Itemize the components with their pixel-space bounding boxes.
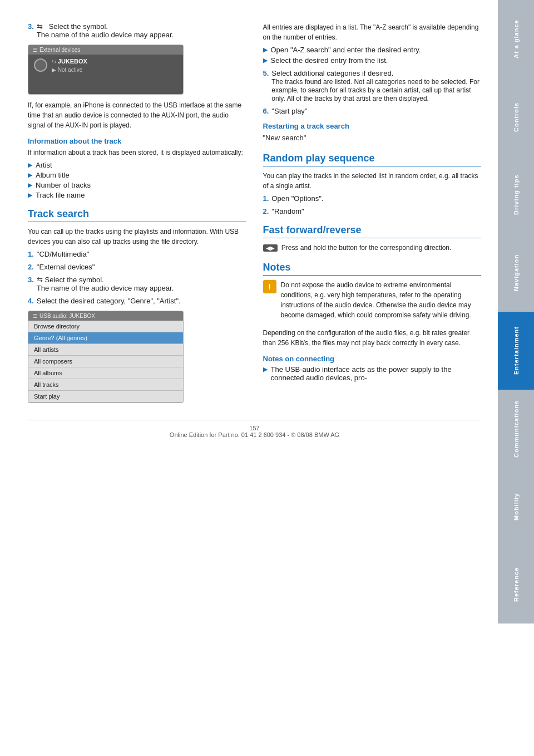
ts-step3a: Select the symbol. bbox=[44, 276, 103, 284]
info-intro: If information about a track has been st… bbox=[28, 148, 246, 158]
sidebar-tab-communications[interactable]: Communications bbox=[498, 390, 534, 468]
screenshot-bar: ☰ External devices bbox=[28, 45, 183, 55]
sidebar-tab-at-a-glance[interactable]: At a glance bbox=[498, 0, 534, 78]
ts-step3-icon: ⇆ bbox=[37, 276, 45, 284]
ts-step4-num: 4. bbox=[28, 297, 34, 305]
info-item-tracks: ▶ Number of tracks bbox=[28, 181, 246, 189]
step-3-content: ⇆ Select the symbol. The name of the aud… bbox=[37, 22, 246, 39]
info-items-list: ▶ Artist ▶ Album title ▶ Number of track… bbox=[28, 161, 246, 199]
bullet-arrow-icon: ▶ bbox=[263, 57, 268, 64]
az-bullet2-text: Select the desired entry from the list. bbox=[271, 56, 388, 65]
screen-icon: ☰ bbox=[33, 47, 37, 53]
notes-detail: Depending on the configuration of the au… bbox=[263, 328, 482, 348]
info-item-label: Artist bbox=[36, 161, 52, 169]
sidebar-tab-label: Entertainment bbox=[513, 327, 520, 375]
info-item-label: Track file name bbox=[36, 191, 85, 199]
sidebar-tab-label: Navigation bbox=[513, 254, 520, 291]
bullet-arrow-icon: ▶ bbox=[263, 46, 268, 53]
notes-title: Notes bbox=[263, 262, 482, 276]
az-search-intro: All entries are displayed in a list. The… bbox=[263, 22, 482, 42]
az-bullet1-text: Open "A-Z search" and enter the desired … bbox=[271, 46, 421, 54]
usb-row-startplay: Start play bbox=[28, 391, 183, 402]
usb-row-browse: Browse directory bbox=[28, 321, 183, 332]
step-3-sub: The name of the audio device may appear. bbox=[37, 31, 174, 39]
usb-row-albums: All albums bbox=[28, 367, 183, 379]
ts-step3: 3. ⇆ Select the symbol. The name of the … bbox=[28, 276, 246, 292]
sidebar-tab-entertainment[interactable]: Entertainment bbox=[498, 312, 534, 390]
sidebar-tab-mobility[interactable]: Mobility bbox=[498, 468, 534, 546]
random-step1-num: 1. bbox=[263, 194, 269, 203]
usb-icon: ☰ bbox=[33, 313, 37, 319]
sidebar-tab-label: Reference bbox=[513, 567, 520, 602]
az-bullet1: ▶ Open "A-Z search" and enter the desire… bbox=[263, 46, 482, 54]
step6-text: "Start play" bbox=[271, 107, 307, 115]
usb-row-genre: Genre? (All genres) bbox=[28, 332, 183, 344]
ts-step1-num: 1. bbox=[28, 250, 34, 258]
info-item-label: Album title bbox=[36, 171, 70, 179]
step-3-icon: ⇆ bbox=[37, 22, 47, 31]
screen-arrow-icon: ⇆ bbox=[52, 58, 58, 65]
ts-step4: 4. Select the desired category, "Genre",… bbox=[28, 297, 246, 305]
step5-detail: The tracks found are listed. Not all cat… bbox=[271, 78, 479, 102]
step5-block: 5. Select additional categories if desir… bbox=[263, 69, 482, 102]
random-play-title: Random play sequence bbox=[263, 153, 482, 166]
step6-num: 6. bbox=[263, 107, 269, 115]
restart-text: "New search" bbox=[263, 132, 482, 144]
ffr-text: ◀▶ Press and hold the button for the cor… bbox=[263, 243, 482, 253]
sidebar: At a glance Controls Driving tips Naviga… bbox=[498, 0, 534, 756]
sidebar-tab-label: Communications bbox=[513, 400, 520, 457]
info-track-title: Information about the track bbox=[28, 137, 246, 145]
page-number: 157 bbox=[249, 425, 259, 431]
bullet-arrow-icon: ▶ bbox=[28, 192, 32, 199]
az-bullet2: ▶ Select the desired entry from the list… bbox=[263, 56, 482, 65]
ts-step3-num: 3. bbox=[28, 276, 34, 292]
random-step1: 1. Open "Options". bbox=[263, 194, 482, 203]
info-item-label: Number of tracks bbox=[36, 181, 91, 189]
step-3-text: Select the symbol. bbox=[49, 22, 108, 31]
bullet-arrow-icon: ▶ bbox=[28, 171, 32, 179]
ts-step3-content: ⇆ Select the symbol. The name of the aud… bbox=[37, 276, 246, 292]
random-step2-num: 2. bbox=[263, 207, 269, 215]
track-search-intro: You can call up the tracks using the pla… bbox=[28, 227, 246, 247]
external-devices-screenshot: ☰ External devices ⇆ JUKEBOX ▶ Not activ… bbox=[28, 45, 184, 95]
random-step1-text: Open "Options". bbox=[271, 194, 323, 203]
step-3-note: If, for example, an iPhone is connected … bbox=[28, 100, 246, 130]
warning-icon: ! bbox=[263, 280, 276, 293]
sidebar-tab-reference[interactable]: Reference bbox=[498, 546, 534, 624]
footer-text: Online Edition for Part no. 01 41 2 600 … bbox=[170, 431, 339, 438]
sidebar-tab-navigation[interactable]: Navigation bbox=[498, 234, 534, 312]
step5-num: 5. bbox=[263, 69, 269, 102]
screenshot-row: ⇆ JUKEBOX ▶ Not active bbox=[28, 55, 183, 76]
connecting-title: Notes on connecting bbox=[263, 355, 482, 363]
ts-step1-text: "CD/Multimedia" bbox=[37, 250, 89, 258]
sidebar-tab-driving-tips[interactable]: Driving tips bbox=[498, 156, 534, 234]
ts-step2: 2. "External devices" bbox=[28, 263, 246, 271]
right-column: All entries are displayed in a list. The… bbox=[263, 22, 482, 409]
random-step2-text: "Random" bbox=[271, 207, 304, 215]
connecting-bullet1: ▶ The USB-audio interface acts as the po… bbox=[263, 365, 482, 382]
sidebar-tab-label: Controls bbox=[513, 102, 520, 131]
ffr-title: Fast forward/reverse bbox=[263, 224, 482, 238]
info-item-album: ▶ Album title bbox=[28, 171, 246, 179]
step-3-block: 3. ⇆ Select the symbol. The name of the … bbox=[28, 22, 246, 39]
jukebox-sub: ▶ bbox=[52, 67, 58, 73]
notes-warning-text: Do not expose the audio device to extrem… bbox=[281, 280, 482, 320]
ts-step1: 1. "CD/Multimedia" bbox=[28, 250, 246, 258]
jukebox-name: JUKEBOX bbox=[58, 58, 87, 65]
info-item-artist: ▶ Artist bbox=[28, 161, 246, 169]
ts-step2-num: 2. bbox=[28, 263, 34, 271]
usb-title: USB audio: JUKEBOX bbox=[39, 313, 95, 319]
screen-title: External devices bbox=[39, 47, 80, 53]
bullet-arrow-icon: ▶ bbox=[28, 181, 32, 189]
two-column-layout: 3. ⇆ Select the symbol. The name of the … bbox=[28, 22, 481, 409]
ts-step2-text: "External devices" bbox=[37, 263, 95, 271]
main-content: 3. ⇆ Select the symbol. The name of the … bbox=[0, 0, 498, 756]
random-intro: You can play the tracks in the selected … bbox=[263, 171, 482, 191]
ts-step4-text: Select the desired category, "Genre", "A… bbox=[37, 297, 181, 305]
info-item-filename: ▶ Track file name bbox=[28, 191, 246, 199]
sidebar-tab-label: At a glance bbox=[513, 19, 520, 58]
bullet-arrow-icon: ▶ bbox=[28, 161, 32, 169]
usb-row-artists: All artists bbox=[28, 344, 183, 356]
sidebar-tab-controls[interactable]: Controls bbox=[498, 78, 534, 156]
usb-header: ☰ USB audio: JUKEBOX bbox=[28, 311, 183, 321]
